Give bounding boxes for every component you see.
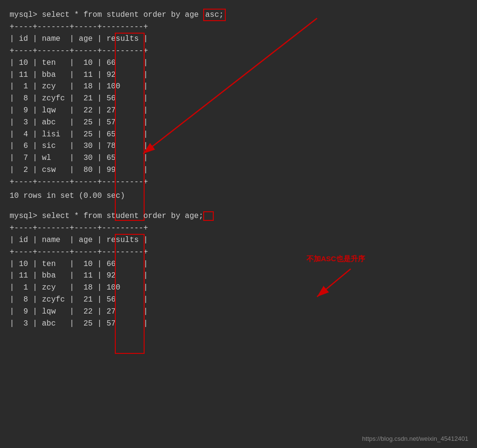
table1-row-4: | 9 | lqw | 22 | 27 |	[10, 105, 467, 117]
age-semicolon-highlight	[203, 211, 214, 221]
table2-row-5: | 3 | abc | 25 | 57 |	[10, 318, 467, 330]
table1-row-0: | 10 | ten | 10 | 66 |	[10, 57, 467, 69]
table1-row-5: | 3 | abc | 25 | 57 |	[10, 117, 467, 129]
table1-separator-bot: +----+-------+-----+---------+	[10, 176, 467, 188]
table2-separator-top: +----+-------+-----+---------+	[10, 222, 467, 234]
table2-header: | id | name | age | results |	[10, 234, 467, 246]
table2-row-0: | 10 | ten | 10 | 66 |	[10, 258, 467, 270]
table2-row-2: | 1 | zcy | 18 | 100 |	[10, 282, 467, 294]
query2-prompt: mysql> select * from student order by ag…	[10, 210, 467, 222]
table1-row-2: | 1 | zcy | 18 | 100 |	[10, 81, 467, 93]
table2-separator-mid: +----+-------+-----+---------+	[10, 246, 467, 258]
table1-row-6: | 4 | lisi | 25 | 65 |	[10, 129, 467, 141]
table1-header: | id | name | age | results |	[10, 33, 467, 45]
table1-row-8: | 7 | wl | 30 | 65 |	[10, 152, 467, 164]
annotation-label: 不加ASC也是升序	[306, 254, 365, 264]
table1-row-7: | 6 | sic | 30 | 78 |	[10, 140, 467, 152]
asc-keyword: asc;	[203, 9, 225, 21]
age-column-highlight-2	[115, 234, 145, 354]
table2-row-4: | 9 | lqw | 22 | 27 |	[10, 306, 467, 318]
table1-container: +----+-------+-----+---------+ | id | na…	[10, 21, 467, 188]
table2-container: +----+-------+-----+---------+ | id | na…	[10, 222, 467, 329]
watermark: https://blog.csdn.net/weixin_45412401	[362, 435, 468, 442]
age-column-highlight-1	[115, 33, 145, 221]
query2-section: mysql> select * from student order by ag…	[10, 210, 467, 329]
table2-row-3: | 8 | zcyfc | 21 | 56 |	[10, 294, 467, 306]
query1-rowcount: 10 rows in set (0.00 sec)	[10, 190, 467, 202]
query1-prompt: mysql> select * from student order by ag…	[10, 9, 467, 21]
table2-row-1: | 11 | bba | 11 | 92 |	[10, 270, 467, 282]
table1-separator-top: +----+-------+-----+---------+	[10, 21, 467, 33]
table1-separator-mid: +----+-------+-----+---------+	[10, 45, 467, 57]
table1-row-3: | 8 | zcyfc | 21 | 56 |	[10, 93, 467, 105]
table1-row-1: | 11 | bba | 11 | 92 |	[10, 69, 467, 81]
query1-section: mysql> select * from student order by ag…	[10, 9, 467, 202]
table1-row-9: | 2 | csw | 80 | 99 |	[10, 164, 467, 176]
